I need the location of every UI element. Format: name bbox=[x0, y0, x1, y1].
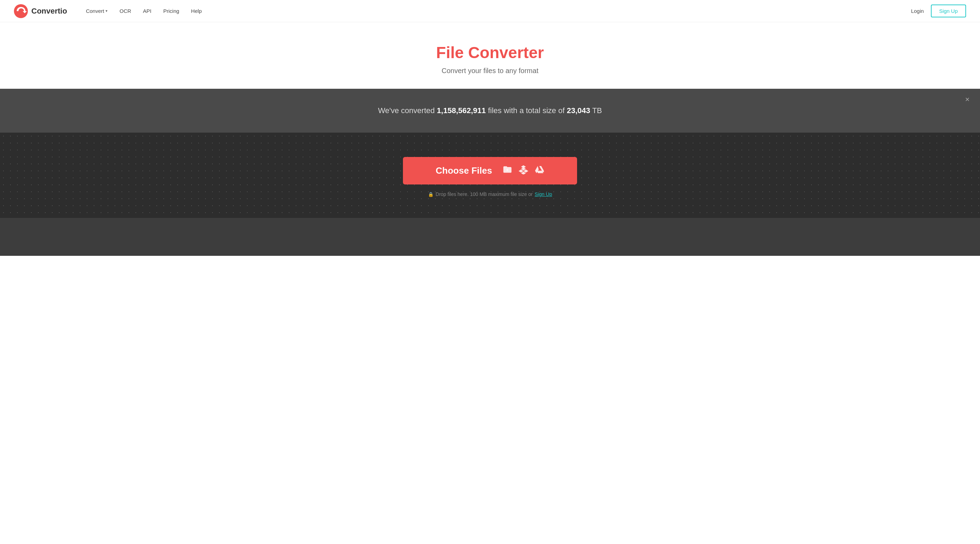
choose-files-label: Choose Files bbox=[436, 165, 492, 176]
nav-convert-label: Convert bbox=[86, 8, 105, 14]
google-drive-icon[interactable] bbox=[535, 165, 544, 177]
drop-signup-link[interactable]: Sign Up bbox=[535, 192, 552, 197]
chevron-down-icon: ▾ bbox=[105, 9, 108, 13]
hero-section: File Converter Convert your files to any… bbox=[0, 22, 980, 89]
choose-files-button[interactable]: Choose Files bbox=[403, 157, 577, 184]
page-title: File Converter bbox=[7, 43, 973, 62]
header-actions: Login Sign Up bbox=[911, 5, 966, 17]
stats-prefix: We've converted bbox=[378, 106, 434, 115]
nav-api-label: API bbox=[143, 8, 151, 14]
nav-ocr-label: OCR bbox=[119, 8, 131, 14]
lock-icon: 🔒 bbox=[428, 192, 434, 197]
drop-hint: 🔒 Drop files here. 100 MB maximum file s… bbox=[428, 192, 552, 197]
drop-area: Choose Files bbox=[0, 133, 980, 218]
drop-hint-text: Drop files here. 100 MB maximum file siz… bbox=[436, 192, 533, 197]
header: Convertio Convert ▾ OCR API Pricing Help… bbox=[0, 0, 980, 22]
nav-item-ocr[interactable]: OCR bbox=[115, 5, 136, 17]
upload-icons bbox=[503, 165, 544, 177]
login-link[interactable]: Login bbox=[911, 8, 924, 14]
close-button[interactable]: × bbox=[965, 96, 970, 103]
nav-item-api[interactable]: API bbox=[138, 5, 156, 17]
logo[interactable]: Convertio bbox=[14, 4, 67, 18]
main-nav: Convert ▾ OCR API Pricing Help bbox=[81, 5, 911, 17]
folder-icon[interactable] bbox=[503, 165, 512, 177]
logo-text: Convertio bbox=[31, 6, 67, 16]
stats-file-count: 1,158,562,911 bbox=[437, 106, 486, 115]
logo-icon bbox=[14, 4, 28, 18]
nav-pricing-label: Pricing bbox=[163, 8, 179, 14]
nav-help-label: Help bbox=[191, 8, 202, 14]
nav-item-convert[interactable]: Convert ▾ bbox=[81, 5, 113, 17]
stats-middle: files with a total size of bbox=[488, 106, 565, 115]
stats-bar: We've converted 1,158,562,911 files with… bbox=[0, 89, 980, 133]
dropbox-icon[interactable] bbox=[519, 165, 528, 177]
nav-item-pricing[interactable]: Pricing bbox=[159, 5, 184, 17]
signup-button[interactable]: Sign Up bbox=[931, 5, 966, 17]
hero-subtitle: Convert your files to any format bbox=[7, 67, 973, 75]
nav-item-help[interactable]: Help bbox=[186, 5, 207, 17]
stats-total-size: 23,043 bbox=[566, 106, 590, 115]
main-section: × We've converted 1,158,562,911 files wi… bbox=[0, 89, 980, 256]
stats-unit: TB bbox=[592, 106, 602, 115]
